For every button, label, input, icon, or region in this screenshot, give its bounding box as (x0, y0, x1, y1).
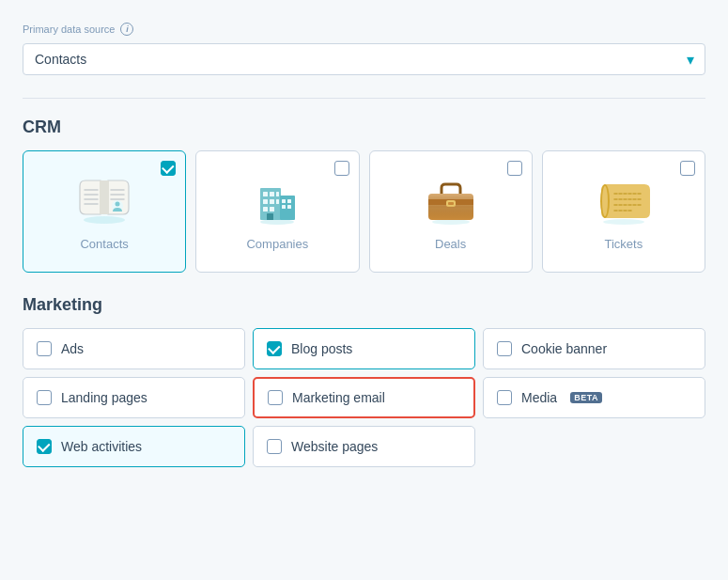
svg-point-36 (602, 186, 608, 216)
blog-posts-checkbox[interactable] (267, 341, 282, 356)
svg-rect-15 (276, 192, 279, 196)
svg-rect-13 (263, 192, 268, 196)
contacts-icon (71, 171, 137, 227)
svg-rect-25 (287, 205, 291, 209)
svg-rect-32 (448, 202, 454, 205)
svg-rect-26 (267, 213, 273, 220)
svg-point-0 (84, 216, 125, 224)
crm-card-deals[interactable]: Deals (369, 150, 533, 273)
info-icon[interactable]: i (120, 23, 133, 36)
svg-rect-16 (263, 199, 268, 204)
tickets-checkbox[interactable] (680, 161, 695, 176)
data-source-select[interactable]: Contacts Companies Deals Tickets (23, 43, 705, 75)
deals-label: Deals (435, 237, 466, 251)
web-activities-checkbox[interactable] (37, 439, 52, 454)
tickets-icon (591, 171, 657, 227)
mkt-card-landing-pages[interactable]: Landing pages (23, 377, 245, 418)
contacts-checkbox-icon (161, 161, 176, 176)
marketing-email-checkbox[interactable] (268, 390, 283, 405)
svg-rect-19 (263, 207, 268, 212)
contacts-checkbox[interactable] (161, 161, 176, 176)
deals-checkbox-icon (507, 161, 522, 176)
landing-pages-label: Landing pages (61, 390, 147, 405)
mkt-card-media[interactable]: Media BETA (483, 377, 705, 418)
ads-checkbox[interactable] (37, 341, 52, 356)
svg-rect-23 (287, 199, 291, 203)
media-checkbox[interactable] (497, 390, 512, 405)
svg-rect-20 (270, 207, 274, 212)
mkt-card-web-activities[interactable]: Web activities (23, 426, 245, 467)
svg-rect-24 (282, 205, 286, 209)
svg-rect-17 (270, 199, 274, 204)
svg-rect-1 (100, 180, 109, 214)
primary-data-source-label: Primary data source i (23, 23, 705, 36)
mkt-card-blog-posts[interactable]: Blog posts (253, 328, 475, 369)
crm-card-companies[interactable]: Companies (195, 150, 359, 273)
marketing-email-label: Marketing email (292, 390, 385, 405)
website-pages-checkbox[interactable] (267, 439, 282, 454)
crm-heading: CRM (23, 118, 705, 137)
landing-pages-checkbox[interactable] (37, 390, 52, 405)
mkt-card-website-pages[interactable]: Website pages (253, 426, 475, 467)
website-pages-label: Website pages (291, 439, 378, 454)
deals-icon (418, 171, 484, 227)
svg-rect-14 (270, 192, 274, 196)
blog-posts-label: Blog posts (291, 341, 352, 356)
companies-icon (244, 171, 310, 227)
svg-rect-22 (282, 199, 286, 203)
web-activities-label: Web activities (61, 439, 142, 454)
svg-point-34 (603, 219, 644, 225)
mkt-card-cookie-banner[interactable]: Cookie banner (483, 328, 705, 369)
divider (23, 98, 705, 99)
deals-checkbox[interactable] (507, 161, 522, 176)
media-label: Media (521, 390, 557, 405)
svg-rect-18 (276, 199, 279, 204)
companies-checkbox[interactable] (334, 161, 349, 176)
primary-data-source-dropdown[interactable]: Contacts Companies Deals Tickets ▾ (23, 43, 705, 75)
marketing-cards-grid: Ads Blog posts Cookie banner Landing pag… (23, 328, 705, 467)
crm-cards-grid: Contacts (23, 150, 705, 273)
media-beta-badge: BETA (570, 392, 602, 403)
companies-label: Companies (246, 237, 308, 251)
cookie-banner-label: Cookie banner (521, 341, 607, 356)
mkt-card-ads[interactable]: Ads (23, 328, 245, 369)
companies-checkbox-icon (334, 161, 349, 176)
crm-card-contacts[interactable]: Contacts (23, 150, 186, 273)
cookie-banner-checkbox[interactable] (497, 341, 512, 356)
ads-label: Ads (61, 341, 84, 356)
svg-point-10 (116, 201, 120, 206)
mkt-card-marketing-email[interactable]: Marketing email (253, 377, 475, 418)
contacts-label: Contacts (80, 237, 128, 251)
marketing-heading: Marketing (23, 295, 705, 315)
tickets-label: Tickets (605, 237, 643, 251)
crm-card-tickets[interactable]: Tickets (542, 150, 705, 273)
tickets-checkbox-icon (680, 161, 695, 176)
